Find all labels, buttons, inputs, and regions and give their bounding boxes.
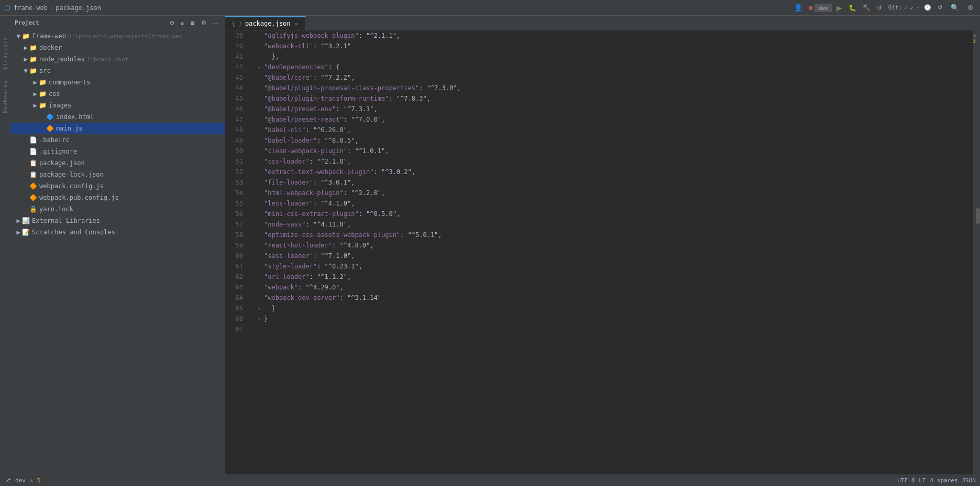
gutter-row [251,293,262,303]
editor-tabs: { } package.json ✕ [225,16,980,30]
code-line: "@babel/plugin-proposal-class-properties… [264,83,973,93]
sidebar-close-button[interactable]: — [211,18,221,27]
sidebar-title: Project [15,19,164,26]
git-revert-button[interactable]: ↺ [935,3,944,12]
gutter-row [251,51,262,62]
babelrc-label: .babelrc [39,136,70,144]
line-number: 52 [225,167,247,177]
bookmarks-label[interactable]: Bookmarks [2,80,8,113]
json-key: "webpack-dev-server" [264,293,340,303]
tab-close-button[interactable]: ✕ [294,21,299,27]
code-line: "@babel/plugin-transform-runtime": "^7.8… [264,93,973,104]
tree-item-gitignore[interactable]: 📄 .gitignore [10,146,225,157]
ext-libs-arrow-icon: ▶ [15,217,22,224]
code-line: "@babel/preset-react": "^7.0.0", [264,114,973,125]
tab-package-json[interactable]: { } package.json ✕ [225,16,306,30]
collapse-all-button[interactable]: ≡ [179,18,186,27]
run-button[interactable]: ▶ [834,3,844,13]
tree-item-webpack-pub-config[interactable]: 🔶 webpack.pub.config.js [10,192,225,203]
app-icon: ⬡ [4,4,10,12]
code-editor[interactable]: "uglifyjs-webpack-plugin": "^2.1.1", "we… [262,30,973,474]
encoding-label[interactable]: UTF-8 [897,477,915,484]
yarn-lock-file-icon: 🔒 [29,206,37,213]
code-line: "@babel/core": "^7.2.2", [264,72,973,83]
line-sep-label[interactable]: LF [919,477,926,484]
json-rest: : "^0.5.0", [359,209,400,219]
expand-all-button[interactable]: ≣ [188,18,197,27]
tree-item-webpack-config[interactable]: 🔶 webpack.config.js [10,180,225,192]
indent-label[interactable]: 4 spaces [930,477,958,484]
tree-item-index-html[interactable]: 🔷 index.html [10,111,225,123]
webpack-config-file-icon: 🔶 [29,182,37,190]
gutter-row [251,104,262,114]
sidebar-settings-button[interactable]: ⚙ [199,18,208,27]
line-numbers: 3940414243444546474849505152535455565758… [225,30,251,474]
scratches-arrow-icon: ▶ [15,229,22,236]
code-line: "html-webpack-plugin": "^3.2.0", [264,188,973,198]
json-key: "clean-webpack-plugin" [264,146,347,156]
tree-item-package-lock[interactable]: 📋 package-lock.json [10,169,225,180]
tree-item-css[interactable]: ▶ 📁 css [10,88,225,100]
tree-item-external-libs[interactable]: ▶ 📊 External Libraries [10,215,225,226]
json-key: "@babel/preset-react" [264,114,344,125]
node-modules-label: node_modules [39,56,85,63]
code-line: "react-hot-loader": "^4.8.0", [264,240,973,251]
code-line: "css-loader": "^2.1.0", [264,156,973,167]
tree-item-docker[interactable]: ▶ 📁 docker [10,42,225,53]
run-config-dropdown[interactable]: dev [814,4,832,12]
toolbar-right: 👤 ■ dev ▶ 🐛 🔨 ↺ Git: ✓ ✔ ↑ 🕐 ↺ 🔍 ⚙ [792,3,976,13]
json-rest: : "^7.3.0", [419,83,460,93]
tree-item-babelrc[interactable]: 📄 .babelrc [10,134,225,146]
build-button[interactable]: 🔨 [861,3,873,13]
undo-button[interactable]: ↺ [875,3,884,13]
tree-item-images[interactable]: ▶ 📁 images [10,100,225,111]
json-key: "style-loader" [264,261,317,272]
code-line: "file-loader": "^3.0.1", [264,177,973,188]
tree-item-scratches[interactable]: ▶ 📝 Scratches and Consoles [10,226,225,238]
gutter-row [251,114,262,125]
fold-icon[interactable]: ▾ [258,306,261,311]
settings-button[interactable]: ⚙ [965,3,976,13]
warning-count[interactable]: ⚠ 3 [30,477,40,484]
main-area: Structure Bookmarks Project ⊕ ≡ ≣ ⚙ — ▼ … [0,16,980,474]
editor-area: { } package.json ✕ 394041424344454647484… [225,16,980,474]
status-left: ⎇ dev ⚠ 3 [4,477,891,484]
gutter-row [251,125,262,135]
tree-root[interactable]: ▼ 📁 frame-web D:\projects\webprojects\fr… [10,30,225,42]
tree-item-package-json[interactable]: 📋 package.json [10,157,225,169]
syntax-label[interactable]: JSON [962,477,976,484]
code-line: "babel-cli": "^6.26.0", [264,125,973,135]
scrollbar-thumb[interactable] [976,208,980,224]
line-number: 44 [225,83,247,93]
json-rest: : "^7.3.1", [336,104,377,114]
debug-button[interactable]: 🐛 [846,3,858,13]
line-number: 61 [225,261,247,272]
line-number: 41 [225,51,247,62]
images-arrow-icon: ▶ [31,102,39,109]
gutter-row [251,177,262,188]
git-history-button[interactable]: 🕐 [922,3,933,12]
tree-item-src[interactable]: ▼ 📁 src [10,65,225,77]
scrollbar-track[interactable] [976,30,980,474]
user-icon-btn[interactable]: 👤 [792,3,805,13]
fold-icon[interactable]: ▾ [258,64,261,70]
html-file-icon: 🔷 [46,113,54,121]
json-key: "file-loader" [264,177,313,188]
locate-file-button[interactable]: ⊕ [168,18,177,27]
structure-label[interactable]: Structure [2,37,8,70]
css-arrow-icon: ▶ [31,90,39,98]
node-modules-arrow-icon: ▶ [22,56,29,63]
line-number: 40 [225,41,247,51]
sidebar-header: Project ⊕ ≡ ≣ ⚙ — [10,16,225,30]
search-button[interactable]: 🔍 [949,3,961,13]
code-line: }, [264,51,973,62]
tree-item-main-js[interactable]: 🔶 main.js [10,123,225,134]
tree-item-node-modules[interactable]: ▶ 📁 node_modules library root [10,53,225,65]
tree-item-commponents[interactable]: ▶ 📁 commponents [10,77,225,88]
json-key: "@babel/preset-env" [264,104,336,114]
fold-icon[interactable]: ▾ [258,316,261,322]
tree-item-yarn-lock[interactable]: 🔒 yarn.lock [10,203,225,215]
git-branch-label: dev [15,477,26,484]
line-number: 58 [225,230,247,240]
json-key: "@babel/plugin-proposal-class-properties… [264,83,419,93]
